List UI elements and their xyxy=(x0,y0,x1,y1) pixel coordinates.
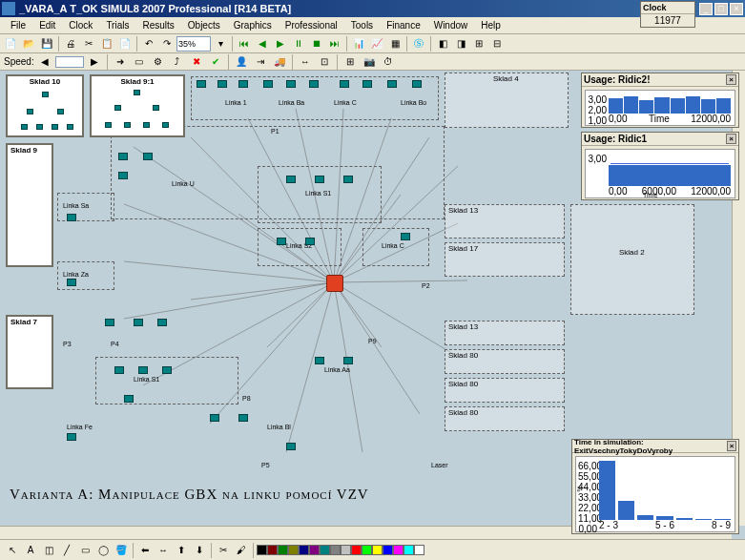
work-node[interactable] xyxy=(401,233,410,240)
pause-icon[interactable]: ⏸ xyxy=(290,35,307,52)
step-fwd-icon[interactable]: ⏭ xyxy=(326,35,343,52)
obj-lock-icon[interactable]: ✖ xyxy=(188,53,205,71)
obj-vehicle-icon[interactable]: 🚚 xyxy=(271,53,288,71)
menu-trials[interactable]: Trials xyxy=(99,18,135,32)
speed-next-icon[interactable]: ▶ xyxy=(86,53,103,71)
menu-professional[interactable]: Professional xyxy=(279,18,344,32)
menu-edit[interactable]: Edit xyxy=(32,18,62,32)
region-sklad80b[interactable]: Sklad 80 xyxy=(445,378,565,403)
text-icon[interactable]: A xyxy=(22,542,39,559)
rewind-icon[interactable]: ⏮ xyxy=(236,35,253,52)
color-teal[interactable] xyxy=(320,545,330,555)
maximize-button[interactable]: □ xyxy=(714,3,728,15)
region-sklad80a[interactable]: Sklad 80 xyxy=(445,349,565,374)
obj-resource-icon[interactable]: 👤 xyxy=(233,53,250,71)
work-node[interactable] xyxy=(286,176,296,183)
subwindow-sklad10[interactable]: Sklad 10 xyxy=(6,74,84,137)
group-icon[interactable]: ⊡ xyxy=(316,53,333,71)
subwindow-sklad9[interactable]: Sklad 9 xyxy=(6,143,53,267)
back-icon[interactable]: ⬇ xyxy=(191,542,208,559)
work-node[interactable] xyxy=(210,414,219,422)
work-node[interactable] xyxy=(277,238,286,245)
work-node[interactable] xyxy=(67,214,76,221)
work-node[interactable] xyxy=(157,319,167,326)
fill-icon[interactable]: 🪣 xyxy=(113,542,130,559)
color-maroon[interactable] xyxy=(267,545,278,555)
obj-work-icon[interactable]: ⚙ xyxy=(150,53,167,71)
color-navy[interactable] xyxy=(299,545,309,555)
subwindow-sklad91[interactable]: Sklad 9:1 xyxy=(90,74,185,137)
brush-icon[interactable]: 🖌 xyxy=(233,542,250,559)
work-node[interactable] xyxy=(124,395,134,403)
center-hub-node[interactable] xyxy=(326,275,343,292)
work-node[interactable] xyxy=(138,366,148,374)
color-olive[interactable] xyxy=(288,545,299,555)
work-node[interactable] xyxy=(238,414,248,422)
menu-objects[interactable]: Objects xyxy=(181,18,227,32)
region-sklad13b[interactable]: Sklad 13 xyxy=(445,321,565,345)
align-center-icon[interactable]: ↔ xyxy=(155,542,172,559)
color-yellow[interactable] xyxy=(372,545,383,555)
obj-check-icon[interactable]: ✔ xyxy=(207,53,224,71)
color-white[interactable] xyxy=(414,545,424,555)
color-lime[interactable] xyxy=(362,545,372,555)
align-left-icon[interactable]: ⬅ xyxy=(136,542,154,559)
front-icon[interactable]: ⬆ xyxy=(173,542,190,559)
chart-icon[interactable]: 📈 xyxy=(368,35,385,52)
work-node[interactable] xyxy=(286,443,296,450)
region-sklad17[interactable]: Sklad 17 xyxy=(445,242,565,277)
new-icon[interactable]: 📄 xyxy=(2,35,19,52)
color-red[interactable] xyxy=(351,545,362,555)
camera-icon[interactable]: 📷 xyxy=(361,53,378,71)
panel-close-button[interactable]: × xyxy=(726,134,736,144)
clip-icon[interactable]: ✂ xyxy=(215,542,232,559)
eraser-icon[interactable]: ◫ xyxy=(40,542,57,559)
line-icon[interactable]: ╱ xyxy=(58,542,75,559)
obj-conveyor-icon[interactable]: ⇥ xyxy=(252,53,269,71)
save-icon[interactable]: 💾 xyxy=(38,35,55,52)
snap-icon[interactable]: ⊞ xyxy=(341,53,359,71)
color-gray[interactable] xyxy=(330,545,341,555)
redo-icon[interactable]: ↷ xyxy=(158,35,176,52)
region-sklad80c[interactable]: Sklad 80 xyxy=(445,406,565,431)
obj-exit-icon[interactable]: ⤴ xyxy=(169,53,186,71)
pointer-icon[interactable]: ↖ xyxy=(4,542,21,559)
tool2-icon[interactable]: ◨ xyxy=(452,35,469,52)
close-button[interactable]: × xyxy=(730,3,743,15)
work-node[interactable] xyxy=(343,176,353,183)
work-node[interactable] xyxy=(343,357,353,364)
work-node[interactable] xyxy=(143,153,153,160)
work-node[interactable] xyxy=(67,279,76,286)
work-node[interactable] xyxy=(118,153,128,160)
tool4-icon[interactable]: ⊟ xyxy=(488,35,506,52)
color-silver[interactable] xyxy=(341,545,351,555)
speed-prev-icon[interactable]: ◀ xyxy=(36,53,53,71)
menu-help[interactable]: Help xyxy=(474,18,507,32)
subwindow-sklad7[interactable]: Sklad 7 xyxy=(6,315,53,389)
menu-file[interactable]: File xyxy=(4,18,32,32)
panel-close-button[interactable]: × xyxy=(726,74,736,85)
work-node[interactable] xyxy=(67,433,76,441)
work-node[interactable] xyxy=(134,319,143,326)
work-node[interactable] xyxy=(162,366,172,374)
undo-icon[interactable]: ↶ xyxy=(140,35,157,52)
menu-finance[interactable]: Finance xyxy=(380,18,427,32)
work-node[interactable] xyxy=(118,172,128,179)
menu-tools[interactable]: Tools xyxy=(344,18,380,32)
ellipse-icon[interactable]: ◯ xyxy=(94,542,112,559)
work-node[interactable] xyxy=(315,357,324,364)
stop-icon[interactable]: ⏹ xyxy=(308,35,325,52)
obj-queue-icon[interactable]: ▭ xyxy=(131,53,148,71)
step-back-icon[interactable]: ◀ xyxy=(254,35,271,52)
results-icon[interactable]: 📊 xyxy=(350,35,367,52)
minimize-button[interactable]: _ xyxy=(699,3,713,15)
cut-icon[interactable]: ✂ xyxy=(80,35,97,52)
menu-graphics[interactable]: Graphics xyxy=(227,18,279,32)
color-blue[interactable] xyxy=(383,545,393,555)
copy-icon[interactable]: 📋 xyxy=(98,35,115,52)
open-icon[interactable]: 📂 xyxy=(20,35,37,52)
zoom-combo[interactable] xyxy=(176,36,211,52)
obj-entry-icon[interactable]: ➜ xyxy=(112,53,129,71)
color-magenta[interactable] xyxy=(393,545,404,555)
print-icon[interactable]: 🖨 xyxy=(62,35,79,52)
